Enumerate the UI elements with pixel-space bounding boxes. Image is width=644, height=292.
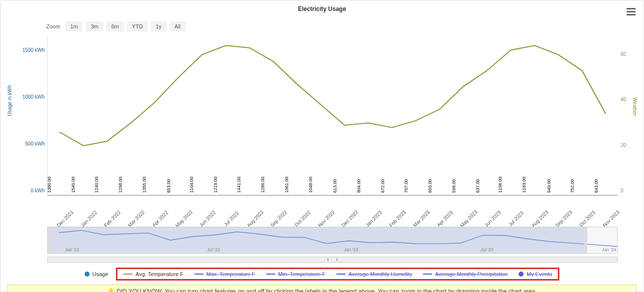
line-icon: [336, 274, 345, 275]
legend-item-events[interactable]: My Events: [519, 271, 552, 277]
x-axis-label: Jul 2023: [502, 205, 527, 229]
bar-data-label: 1104.00: [189, 176, 194, 193]
line-icon: [266, 274, 275, 275]
x-axis-baseline: [48, 195, 618, 196]
bar-data-label: 613.00: [333, 179, 338, 193]
y-right-tick: 40: [621, 97, 626, 102]
navigator-tick: Jan '24: [602, 247, 616, 252]
navigator-scrollbar[interactable]: [47, 257, 618, 263]
x-axis-label: Sep 2022: [265, 205, 289, 229]
y-left-tick: 0 kWh: [17, 188, 45, 193]
bar-data-label: 1061.00: [284, 176, 289, 193]
bar-data-label: 1240.00: [94, 176, 99, 193]
x-axis-label: May 2022: [170, 205, 195, 229]
chart-menu-button[interactable]: [627, 6, 636, 17]
legend-item-min-temp[interactable]: Min. Temperature F: [266, 271, 325, 277]
y-left-tick: 1000 kWh: [17, 94, 45, 99]
bar-data-label: 643.00: [594, 179, 599, 193]
zoom-controls: Zoom 1m3m6mYTD1yAll: [46, 21, 638, 31]
y-axis-left: 0 kWh500 kWh1000 kWh1500 kWh: [17, 36, 45, 196]
y-axis-left-title: Usage in kWh: [7, 85, 12, 116]
x-axis-label: Oct 2023: [573, 205, 598, 229]
x-axis-label: Jan 2023: [360, 205, 384, 229]
navigator-tick: Jan '22: [65, 247, 79, 252]
y-right-tick: 20: [621, 142, 626, 147]
bar-data-label: 598.00: [451, 179, 456, 193]
bar-data-label: 1048.00: [308, 176, 313, 193]
legend-item-avg-temp[interactable]: Avg. Temperature F: [123, 271, 183, 277]
y-right-tick: 60: [621, 51, 626, 56]
x-axis-label: Oct 2022: [289, 205, 313, 229]
y-left-tick: 1500 kWh: [17, 47, 45, 52]
bar-data-label: 804.00: [356, 179, 361, 193]
x-axis-label: May 2023: [455, 205, 479, 229]
y-left-tick: 500 kWh: [17, 141, 45, 146]
line-icon: [123, 274, 132, 275]
did-you-know-tip: 💡DID YOU KNOW: You can turn chart featur…: [7, 285, 637, 292]
zoom-button-all[interactable]: All: [170, 21, 186, 31]
bar-data-label: 1196.00: [498, 176, 503, 193]
x-axis-label: Nov 2022: [313, 205, 337, 229]
x-axis-label: Dec 2021: [51, 205, 76, 229]
bar-data-label: 1549.00: [70, 176, 75, 193]
x-axis-label: Apr 2023: [431, 205, 455, 229]
navigator-tick: Jul '22: [207, 247, 220, 252]
bar-data-label: 853.00: [167, 179, 172, 193]
zoom-button-3m[interactable]: 3m: [86, 21, 103, 31]
x-axis-label: Mar 2022: [122, 205, 147, 229]
legend-item-usage[interactable]: Usage: [85, 271, 108, 277]
y-right-tick: 0: [621, 188, 624, 193]
bar-data-label: 1355.00: [141, 176, 146, 193]
bar-data-label: 637.00: [475, 179, 480, 193]
zoom-label: Zoom: [46, 23, 60, 29]
x-axis-label: Apr 2022: [146, 205, 171, 229]
zoom-button-6m[interactable]: 6m: [107, 21, 124, 31]
x-axis-label: Nov 2023: [597, 205, 622, 229]
bar-data-label: 1298.00: [118, 176, 123, 193]
chart-plot-area[interactable]: Usage in kWh 0 kWh500 kWh1000 kWh1500 kW…: [47, 36, 618, 196]
navigator-selection[interactable]: [48, 227, 587, 253]
legend-highlight-box: Avg. Temperature F Max. Temperature F Mi…: [116, 268, 559, 281]
bar-data-label: 1286.00: [260, 176, 265, 193]
legend-item-max-temp[interactable]: Max. Temperature F: [195, 271, 255, 277]
x-axis-label: Jun 2022: [194, 205, 218, 229]
bar-data-label: 1380.00: [47, 176, 52, 193]
bar-data-label: 1219.00: [213, 176, 217, 193]
bar-data-label: 1441.00: [236, 176, 241, 193]
legend-item-precip[interactable]: Average Monthly Precipitation: [423, 271, 508, 277]
zoom-button-1m[interactable]: 1m: [65, 21, 83, 31]
bar-data-label: 603.00: [428, 179, 432, 193]
circle-icon: [519, 272, 524, 277]
navigator[interactable]: Jan '22Jul '22Jan '23Jul '23Jan '24: [47, 227, 618, 254]
zoom-button-ytd[interactable]: YTD: [127, 21, 148, 31]
x-axis-label: Feb 2023: [384, 205, 408, 229]
bar-data-label: 949.00: [546, 179, 551, 193]
line-icon: [423, 274, 432, 275]
chart-title: Electricity Usage: [6, 5, 638, 12]
bar-data-label: 752.00: [570, 179, 575, 193]
x-axis-label: Sep 2023: [550, 205, 574, 229]
circle-icon: [85, 272, 90, 277]
x-axis-labels: Dec 2021Jan 2022Feb 2022Mar 2022Apr 2022…: [48, 213, 618, 224]
x-axis-label: Dec 2022: [336, 205, 360, 229]
x-axis-label: Jun 2023: [479, 205, 503, 229]
x-axis-label: Jan 2022: [75, 205, 100, 229]
x-axis-label: Mar 2023: [408, 205, 432, 229]
x-axis-label: Jul 2022: [217, 205, 242, 229]
chart-panel: Electricity Usage Zoom 1m3m6mYTD1yAll Us…: [0, 0, 644, 292]
legend-item-humidity[interactable]: Average Monthly Humidity: [336, 271, 412, 277]
navigator-tick: Jul '23: [480, 247, 493, 252]
bar-data-label: 707.00: [404, 179, 409, 193]
lightbulb-icon: 💡: [107, 288, 114, 292]
bars-container: 1380.001549.001240.001298.001355.00853.0…: [48, 36, 618, 195]
bar-data-label: 1183.00: [522, 176, 527, 193]
line-icon: [195, 274, 204, 275]
x-axis-label: Aug 2023: [526, 205, 550, 229]
x-axis-label: Aug 2022: [241, 205, 266, 229]
x-axis-label: Feb 2022: [99, 205, 123, 229]
legend: Usage Avg. Temperature F Max. Temperatur…: [6, 268, 638, 281]
y-axis-right: 0204060: [621, 36, 636, 196]
zoom-button-1y[interactable]: 1y: [151, 21, 167, 31]
bar-data-label: 672.00: [380, 179, 385, 193]
navigator-tick: Jan '23: [344, 247, 358, 252]
